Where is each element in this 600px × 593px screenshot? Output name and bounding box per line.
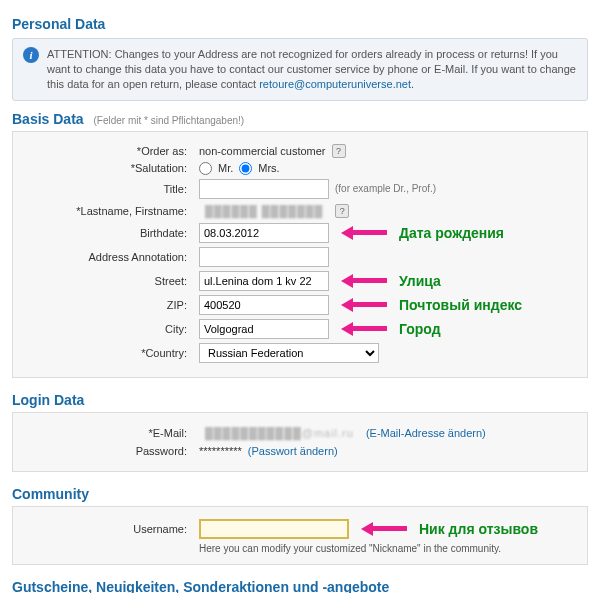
street-input[interactable] xyxy=(199,271,329,291)
email-value: ███████████@mail.ru xyxy=(199,425,360,441)
lastname-label: *Lastname, Firstname: xyxy=(23,205,193,217)
street-label: Street: xyxy=(23,275,193,287)
basis-data-heading: Basis Data (Felder mit * sind Pflichtang… xyxy=(12,111,588,127)
email-label: *E-Mail: xyxy=(23,427,193,439)
zip-input[interactable] xyxy=(199,295,329,315)
zip-annotation: Почтовый индекс xyxy=(399,297,522,313)
lastname-value: ██████ ███████ xyxy=(199,203,329,219)
mr-label: Mr. xyxy=(218,162,233,174)
login-data-heading: Login Data xyxy=(12,392,588,408)
help-icon[interactable]: ? xyxy=(332,144,346,158)
username-label: Username: xyxy=(23,523,193,535)
username-annotation: Ник для отзывов xyxy=(419,521,538,537)
mr-radio[interactable] xyxy=(199,162,212,175)
arrow-icon xyxy=(341,298,387,312)
birthdate-label: Birthdate: xyxy=(23,227,193,239)
login-fieldset: *E-Mail: ███████████@mail.ru (E-Mail-Adr… xyxy=(12,412,588,472)
attention-box: i ATTENTION: Changes to your Address are… xyxy=(12,38,588,101)
order-as-value: non-commercial customer xyxy=(199,145,326,157)
birthdate-annotation: Дата рождения xyxy=(399,225,504,241)
title-label: Title: xyxy=(23,183,193,195)
order-as-label: *Order as: xyxy=(23,145,193,157)
email-change-link[interactable]: (E-Mail-Adresse ändern) xyxy=(366,427,486,439)
return-email-link[interactable]: retoure@computeruniverse.net xyxy=(259,78,411,90)
community-fieldset: Username: Ник для отзывов Here you can m… xyxy=(12,506,588,565)
city-label: City: xyxy=(23,323,193,335)
personal-data-heading: Personal Data xyxy=(12,16,588,32)
arrow-icon xyxy=(341,226,387,240)
mrs-label: Mrs. xyxy=(258,162,279,174)
street-annotation: Улица xyxy=(399,273,441,289)
title-input[interactable] xyxy=(199,179,329,199)
arrow-icon xyxy=(361,522,407,536)
birthdate-input[interactable] xyxy=(199,223,329,243)
country-select[interactable]: Russian Federation xyxy=(199,343,379,363)
community-heading: Community xyxy=(12,486,588,502)
city-annotation: Город xyxy=(399,321,441,337)
salutation-label: *Salutation: xyxy=(23,162,193,174)
country-label: *Country: xyxy=(23,347,193,359)
basis-fieldset: *Order as: non-commercial customer ? *Sa… xyxy=(12,131,588,378)
mrs-radio[interactable] xyxy=(239,162,252,175)
basis-subtitle: (Felder mit * sind Pflichtangaben!) xyxy=(93,115,244,126)
info-icon: i xyxy=(23,47,39,63)
newsletter-heading: Gutscheine, Neuigkeiten, Sonderaktionen … xyxy=(12,579,588,593)
address-annotation-label: Address Annotation: xyxy=(23,251,193,263)
zip-label: ZIP: xyxy=(23,299,193,311)
address-annotation-input[interactable] xyxy=(199,247,329,267)
help-icon[interactable]: ? xyxy=(335,204,349,218)
city-input[interactable] xyxy=(199,319,329,339)
password-label: Password: xyxy=(23,445,193,457)
title-hint: (for example Dr., Prof.) xyxy=(335,183,436,194)
arrow-icon xyxy=(341,322,387,336)
username-input[interactable] xyxy=(199,519,349,539)
password-value: ********** xyxy=(199,445,242,457)
arrow-icon xyxy=(341,274,387,288)
username-hint: Here you can modify your customized "Nic… xyxy=(199,543,577,554)
password-change-link[interactable]: (Passwort ändern) xyxy=(248,445,338,457)
